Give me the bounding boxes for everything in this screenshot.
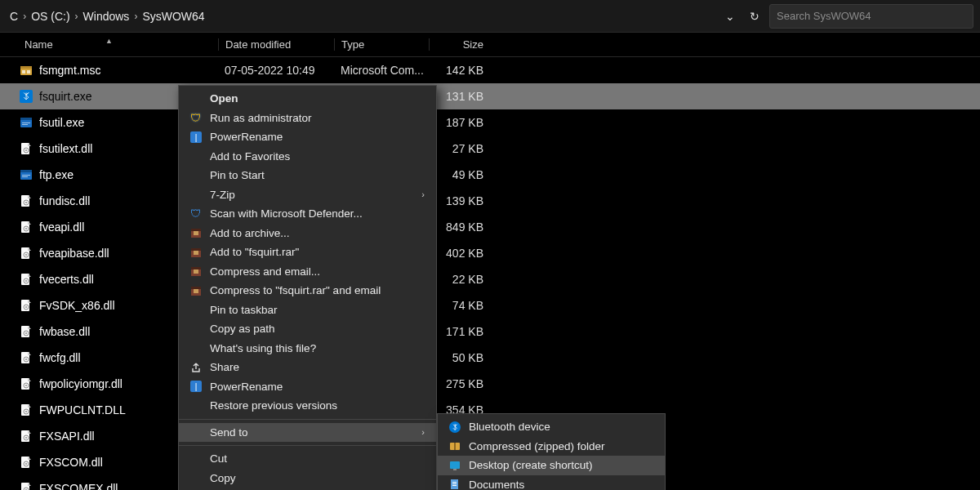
menu-item[interactable]: Open — [179, 89, 436, 109]
col-header-size[interactable]: Size — [429, 38, 490, 51]
file-icon — [20, 377, 33, 390]
file-row[interactable]: fveapi.dll849 KB — [0, 214, 980, 240]
dropdown-icon[interactable]: ⌄ — [725, 10, 735, 23]
column-headers: ▲ Name Date modified Type Size — [0, 33, 980, 57]
file-name: fwpolicyiomgr.dll — [39, 377, 122, 390]
menu-item-label: Copy as path — [210, 323, 275, 335]
chevron-right-icon: › — [421, 189, 425, 199]
menu-item[interactable]: Compress to "fsquirt.rar" and email — [179, 281, 436, 301]
svg-point-18 — [25, 202, 27, 203]
file-row[interactable]: fsquirt.exe131 KB — [0, 83, 980, 109]
file-name: fundisc.dll — [39, 194, 90, 207]
menu-item[interactable]: |PowerRename — [179, 377, 436, 397]
bt-icon — [446, 421, 464, 433]
rar-icon — [187, 227, 205, 238]
menu-item[interactable]: 🛡Scan with Microsoft Defender... — [179, 204, 436, 224]
file-row[interactable]: fvecerts.dll22 KB — [0, 266, 980, 292]
menu-item-label: Share — [210, 361, 239, 373]
svg-rect-64 — [191, 287, 201, 289]
menu-item-label: 7-Zip — [210, 189, 235, 201]
svg-point-36 — [25, 359, 27, 360]
submenu-item[interactable]: Bluetooth device — [438, 417, 665, 437]
sendto-submenu: Bluetooth deviceCompressed (zipped) fold… — [437, 413, 666, 490]
breadcrumb-item[interactable]: SysWOW64 — [142, 10, 204, 23]
menu-item[interactable]: Add to archive... — [179, 224, 436, 243]
svg-rect-72 — [453, 469, 457, 470]
menu-item[interactable]: Compress and email... — [179, 262, 436, 282]
menu-item[interactable]: What's using this file? — [179, 339, 436, 359]
svg-point-24 — [25, 254, 27, 256]
chevron-right-icon: › — [421, 427, 425, 437]
file-name: fsmgmt.msc — [39, 64, 100, 77]
submenu-item[interactable]: Documents — [438, 475, 665, 491]
svg-point-21 — [25, 228, 27, 229]
file-row[interactable]: fwpolicyiomgr.dll275 KB — [0, 371, 980, 397]
file-row[interactable]: fsutil.exe187 KB — [0, 109, 980, 136]
file-row[interactable]: ftp.exe49 KB — [0, 162, 980, 188]
menu-item-label: Copy — [210, 472, 236, 484]
file-row[interactable]: fsutilext.dll27 KB — [0, 136, 980, 162]
menu-item-label: Compress to "fsquirt.rar" and email — [210, 284, 381, 296]
breadcrumb-item[interactable]: Windows — [83, 10, 130, 23]
file-icon — [20, 273, 33, 286]
file-name: fsutilext.dll — [39, 142, 92, 155]
col-header-date[interactable]: Date modified — [218, 38, 334, 51]
file-row[interactable]: fwcfg.dll50 KB — [0, 345, 980, 371]
sort-asc-icon: ▲ — [105, 37, 113, 45]
svg-rect-7 — [22, 122, 30, 123]
file-size: 187 KB — [429, 116, 490, 129]
svg-rect-55 — [191, 229, 201, 231]
chevron-right-icon: › — [23, 11, 26, 22]
submenu-item-label: Desktop (create shortcut) — [469, 459, 593, 471]
submenu-item[interactable]: Compressed (zipped) folder — [438, 437, 665, 457]
menu-item[interactable]: Add to "fsquirt.rar" — [179, 243, 436, 262]
search-input[interactable] — [777, 10, 966, 22]
share-icon — [187, 362, 205, 373]
svg-point-33 — [25, 332, 27, 334]
file-icon — [20, 403, 33, 416]
file-name: fwbase.dll — [39, 325, 90, 338]
breadcrumb-item[interactable]: C — [10, 10, 18, 23]
col-header-type[interactable]: Type — [334, 38, 429, 51]
submenu-item[interactable]: Desktop (create shortcut) — [438, 456, 665, 475]
menu-item[interactable]: 7-Zip› — [179, 185, 436, 205]
menu-item-label: Cut — [210, 452, 227, 465]
menu-item[interactable]: Pin to Start — [179, 166, 436, 185]
file-row[interactable]: FvSDK_x86.dll74 KB — [0, 292, 980, 318]
menu-item[interactable]: |PowerRename — [179, 127, 436, 147]
file-row[interactable]: fwbase.dll171 KB — [0, 318, 980, 345]
menu-item[interactable]: Pin to taskbar — [179, 301, 436, 320]
file-size: 49 KB — [429, 168, 490, 181]
file-icon — [20, 430, 33, 443]
file-row[interactable]: fsmgmt.msc07-05-2022 10:49Microsoft Com.… — [0, 57, 980, 83]
menu-item-label: PowerRename — [210, 131, 283, 143]
menu-item[interactable]: Cut — [179, 449, 436, 469]
refresh-icon[interactable]: ↻ — [750, 10, 760, 23]
file-icon — [20, 90, 33, 103]
submenu-item-label: Documents — [469, 479, 524, 490]
file-row[interactable]: fveapibase.dll402 KB — [0, 240, 980, 266]
file-size: 142 KB — [429, 64, 490, 77]
file-icon — [20, 168, 33, 181]
menu-item[interactable]: Share — [179, 358, 436, 377]
breadcrumb[interactable]: C › OS (C:) › Windows › SysWOW64 — [7, 10, 205, 23]
svg-rect-6 — [20, 118, 32, 120]
col-header-name[interactable]: ▲ Name — [0, 38, 218, 51]
file-icon — [20, 325, 33, 338]
search-box[interactable] — [769, 4, 973, 29]
file-row[interactable]: fundisc.dll139 KB — [0, 188, 980, 214]
breadcrumb-item[interactable]: OS (C:) — [31, 10, 69, 23]
file-name: FWPUCLNT.DLL — [39, 403, 126, 416]
file-name: fwcfg.dll — [39, 351, 81, 364]
menu-item[interactable]: Send to› — [179, 423, 436, 443]
shield-icon: 🛡 — [187, 112, 205, 124]
file-size: 402 KB — [429, 247, 490, 260]
menu-item[interactable]: Restore previous versions — [179, 396, 436, 416]
menu-item[interactable]: Add to Favorites — [179, 147, 436, 167]
menu-item-label: PowerRename — [210, 381, 283, 393]
menu-item[interactable]: Copy as path — [179, 319, 436, 339]
menu-item[interactable]: 🛡Run as administrator — [179, 109, 436, 128]
menu-item[interactable]: Copy — [179, 469, 436, 488]
file-size: 171 KB — [429, 325, 490, 338]
defender-icon: 🛡 — [187, 207, 205, 220]
